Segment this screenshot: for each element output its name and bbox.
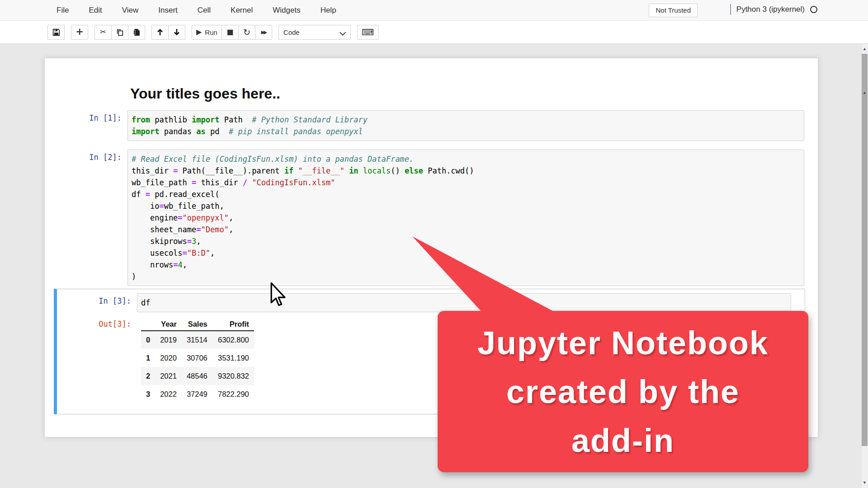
- scrollbar-track[interactable]: ▲ ▼: [861, 44, 868, 488]
- add-cell-button[interactable]: +: [71, 25, 88, 40]
- menu-item-cell[interactable]: Cell: [188, 6, 221, 15]
- input-prompt-2: In [2]:: [54, 150, 127, 286]
- kernel-separator: [730, 4, 731, 15]
- table-row: 02019315146302.800: [141, 331, 254, 349]
- code-cell-3: In [3]: df: [66, 293, 791, 312]
- cell-type-value: Code: [283, 28, 300, 36]
- menu-item-kernel[interactable]: Kernel: [221, 6, 263, 15]
- menu-item-help[interactable]: Help: [311, 6, 346, 15]
- menu-item-view[interactable]: View: [112, 6, 149, 15]
- restart-kernel-icon: ↻: [243, 28, 250, 37]
- code-cell-1: In [1]: from pathlib import Path # Pytho…: [54, 110, 804, 141]
- copy-icon: [116, 28, 124, 36]
- menu-item-edit[interactable]: Edit: [79, 6, 112, 15]
- menu-item-insert[interactable]: Insert: [148, 6, 188, 15]
- column-header-profit: Profit: [212, 318, 254, 331]
- stop-button[interactable]: ■: [222, 25, 239, 40]
- scroll-up-icon[interactable]: ▲: [862, 47, 867, 51]
- save-button[interactable]: [47, 25, 65, 40]
- code-input-area-3[interactable]: df: [137, 293, 791, 312]
- jupyter-notebook-app: FileEditViewInsertCellKernelWidgetsHelp …: [0, 0, 868, 488]
- keyboard-icon: ⌨: [362, 28, 374, 37]
- run-button[interactable]: ▶ Run: [192, 25, 222, 40]
- input-prompt-3: In [3]:: [66, 293, 137, 312]
- arrow-up-icon: [156, 28, 164, 36]
- code-editor-2: # Read Excel file (CodingIsFun.xlsm) int…: [132, 153, 800, 282]
- code-cell-2: In [2]: # Read Excel file (CodingIsFun.x…: [54, 150, 804, 286]
- dataframe-table: YearSalesProfit02019315146302.8001202030…: [141, 318, 254, 403]
- callout-line-1: Jupyter Notebook: [477, 319, 769, 367]
- menu-bar: FileEditViewInsertCellKernelWidgetsHelp …: [0, 0, 868, 21]
- run-icon: ▶: [196, 28, 202, 36]
- table-row: 22021485469320.832: [141, 367, 254, 385]
- code-input-area-1[interactable]: from pathlib import Path # Python Standa…: [127, 110, 804, 141]
- kernel-name: Python 3 (ipykernel): [736, 5, 805, 14]
- command-palette-button[interactable]: ⌨: [357, 25, 378, 40]
- move-cell-down-button[interactable]: [168, 25, 185, 40]
- scroll-down-icon[interactable]: ▼: [862, 480, 867, 485]
- fast-forward-icon: ▶▶: [261, 30, 266, 35]
- column-header-year: Year: [155, 318, 182, 331]
- code-editor-3: df: [141, 297, 787, 309]
- cut-icon: ✂: [100, 28, 106, 36]
- trust-badge[interactable]: Not Trusted: [649, 4, 698, 17]
- code-editor-1: from pathlib import Path # Python Standa…: [132, 114, 800, 137]
- restart-run-all-button[interactable]: ▶▶: [255, 25, 272, 40]
- scrollbar-thumb[interactable]: [862, 54, 868, 446]
- menu-item-file[interactable]: File: [47, 6, 79, 15]
- copy-button[interactable]: [111, 25, 128, 40]
- callout-line-2: created by the: [506, 367, 740, 416]
- callout-line-3: add-in: [571, 416, 675, 465]
- kernel-area: Python 3 (ipykernel): [730, 4, 817, 15]
- notebook-toolbar: + ✂: [0, 21, 868, 44]
- callout-box: Jupyter Notebook created by the add-in: [438, 311, 808, 472]
- table-row: 12020307063531.190: [141, 349, 254, 367]
- kernel-idle-circle-icon: [810, 6, 817, 13]
- save-icon: [52, 28, 60, 36]
- paste-icon: [133, 28, 141, 36]
- move-cell-up-button[interactable]: [151, 25, 169, 40]
- table-row: 32022372497822.290: [141, 385, 254, 403]
- column-header-sales: Sales: [182, 318, 212, 331]
- arrow-down-icon: [173, 28, 180, 36]
- menu-item-widgets[interactable]: Widgets: [263, 6, 310, 15]
- paste-button[interactable]: [128, 25, 145, 40]
- add-cell-icon: +: [75, 27, 84, 37]
- stop-icon: ■: [226, 28, 233, 36]
- notebook-title: Your titles goes here..: [130, 85, 804, 102]
- cell-type-dropdown[interactable]: Code: [278, 25, 351, 40]
- output-prompt-3: Out[3]:: [66, 312, 137, 403]
- scroll-up-icon[interactable]: ▲: [862, 90, 867, 95]
- run-label: Run: [205, 28, 217, 36]
- cut-button[interactable]: ✂: [94, 25, 112, 40]
- markdown-cell[interactable]: Your titles goes here..: [54, 81, 804, 102]
- input-prompt-1: In [1]:: [54, 110, 127, 141]
- menu-list: FileEditViewInsertCellKernelWidgetsHelp: [47, 6, 346, 15]
- restart-kernel-button[interactable]: ↻: [238, 25, 255, 40]
- code-input-area-2[interactable]: # Read Excel file (CodingIsFun.xlsm) int…: [127, 150, 804, 286]
